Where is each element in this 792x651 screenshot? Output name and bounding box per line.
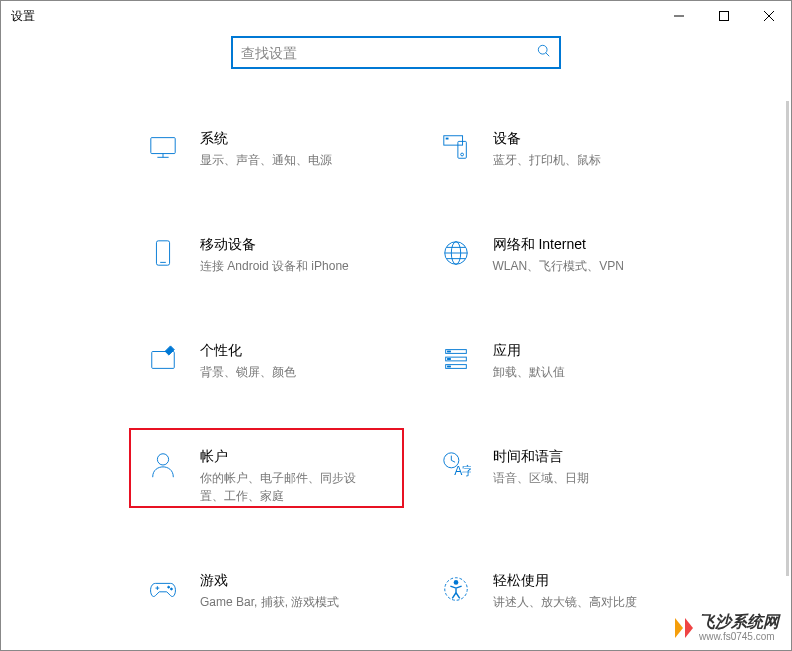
- svg-rect-12: [445, 138, 448, 140]
- search-icon: [537, 44, 551, 62]
- search-box[interactable]: [231, 36, 561, 69]
- svg-point-33: [171, 588, 173, 590]
- close-button[interactable]: [746, 1, 791, 31]
- time-language-icon: A字: [439, 448, 473, 482]
- phone-icon: [146, 236, 180, 270]
- svg-rect-26: [447, 366, 450, 367]
- watermark-main: 飞沙系统网: [699, 613, 779, 631]
- item-gaming[interactable]: 游戏 Game Bar, 捕获, 游戏模式: [146, 566, 439, 617]
- window-controls: [656, 1, 791, 31]
- minimize-icon: [674, 11, 684, 21]
- content: 系统 显示、声音、通知、电源 设备 蓝牙、打印机、鼠标 移动设备: [1, 79, 791, 617]
- item-text: 网络和 Internet WLAN、飞行模式、VPN: [493, 236, 624, 275]
- svg-line-5: [546, 52, 550, 56]
- svg-point-37: [453, 580, 458, 585]
- item-ease-of-access[interactable]: 轻松使用 讲述人、放大镜、高对比度: [439, 566, 732, 617]
- minimize-button[interactable]: [656, 1, 701, 31]
- item-title: 轻松使用: [493, 572, 637, 590]
- personalization-icon: [146, 342, 180, 376]
- settings-window: 设置 系统: [0, 0, 792, 651]
- svg-rect-1: [719, 12, 728, 21]
- item-desc: WLAN、飞行模式、VPN: [493, 257, 624, 275]
- ease-of-access-icon: [439, 572, 473, 606]
- item-desc: 语音、区域、日期: [493, 469, 589, 487]
- window-title: 设置: [11, 8, 35, 25]
- item-text: 设备 蓝牙、打印机、鼠标: [493, 130, 601, 169]
- item-system[interactable]: 系统 显示、声音、通知、电源: [146, 124, 439, 175]
- apps-icon: [439, 342, 473, 376]
- item-time-language[interactable]: A字 时间和语言 语音、区域、日期: [439, 442, 732, 511]
- close-icon: [764, 11, 774, 21]
- item-text: 帐户 你的帐户、电子邮件、同步设置、工作、家庭: [200, 448, 370, 505]
- item-desc: 背景、锁屏、颜色: [200, 363, 296, 381]
- item-phone[interactable]: 移动设备 连接 Android 设备和 iPhone: [146, 230, 439, 281]
- svg-text:A字: A字: [454, 464, 471, 478]
- svg-rect-20: [152, 352, 175, 369]
- watermark-text: 飞沙系统网 www.fs0745.com: [699, 613, 779, 642]
- item-desc: 蓝牙、打印机、鼠标: [493, 151, 601, 169]
- item-devices[interactable]: 设备 蓝牙、打印机、鼠标: [439, 124, 732, 175]
- item-text: 时间和语言 语音、区域、日期: [493, 448, 589, 487]
- item-desc: 卸载、默认值: [493, 363, 565, 381]
- svg-point-32: [168, 586, 170, 588]
- svg-rect-25: [447, 359, 450, 360]
- item-title: 网络和 Internet: [493, 236, 624, 254]
- item-desc: 显示、声音、通知、电源: [200, 151, 332, 169]
- item-text: 个性化 背景、锁屏、颜色: [200, 342, 296, 381]
- item-text: 应用 卸载、默认值: [493, 342, 565, 381]
- item-title: 游戏: [200, 572, 339, 590]
- item-text: 移动设备 连接 Android 设备和 iPhone: [200, 236, 349, 275]
- item-accounts[interactable]: 帐户 你的帐户、电子邮件、同步设置、工作、家庭: [146, 442, 439, 511]
- svg-rect-6: [151, 138, 175, 154]
- settings-grid: 系统 显示、声音、通知、电源 设备 蓝牙、打印机、鼠标 移动设备: [1, 124, 791, 617]
- devices-icon: [439, 130, 473, 164]
- scrollbar[interactable]: [786, 101, 789, 576]
- svg-rect-9: [443, 136, 462, 145]
- watermark: 飞沙系统网 www.fs0745.com: [675, 613, 779, 642]
- watermark-sub: www.fs0745.com: [699, 631, 779, 642]
- network-icon: [439, 236, 473, 270]
- item-title: 设备: [493, 130, 601, 148]
- watermark-logo: [675, 618, 693, 638]
- item-title: 移动设备: [200, 236, 349, 254]
- item-desc: 你的帐户、电子邮件、同步设置、工作、家庭: [200, 469, 370, 505]
- svg-point-11: [460, 153, 463, 156]
- titlebar: 设置: [1, 1, 791, 31]
- gaming-icon: [146, 572, 180, 606]
- item-personalization[interactable]: 个性化 背景、锁屏、颜色: [146, 336, 439, 387]
- svg-point-27: [157, 454, 168, 465]
- item-text: 游戏 Game Bar, 捕获, 游戏模式: [200, 572, 339, 611]
- item-network[interactable]: 网络和 Internet WLAN、飞行模式、VPN: [439, 230, 732, 281]
- svg-rect-13: [156, 241, 169, 265]
- item-desc: 讲述人、放大镜、高对比度: [493, 593, 637, 611]
- item-title: 系统: [200, 130, 332, 148]
- item-title: 应用: [493, 342, 565, 360]
- item-title: 个性化: [200, 342, 296, 360]
- accounts-icon: [146, 448, 180, 482]
- item-text: 轻松使用 讲述人、放大镜、高对比度: [493, 572, 637, 611]
- svg-line-30: [451, 460, 455, 462]
- system-icon: [146, 130, 180, 164]
- svg-rect-24: [447, 351, 450, 352]
- item-title: 时间和语言: [493, 448, 589, 466]
- search-row: [1, 31, 791, 79]
- search-input[interactable]: [241, 45, 537, 61]
- item-desc: 连接 Android 设备和 iPhone: [200, 257, 349, 275]
- maximize-button[interactable]: [701, 1, 746, 31]
- maximize-icon: [719, 11, 729, 21]
- item-apps[interactable]: 应用 卸载、默认值: [439, 336, 732, 387]
- item-desc: Game Bar, 捕获, 游戏模式: [200, 593, 339, 611]
- item-text: 系统 显示、声音、通知、电源: [200, 130, 332, 169]
- item-title: 帐户: [200, 448, 370, 466]
